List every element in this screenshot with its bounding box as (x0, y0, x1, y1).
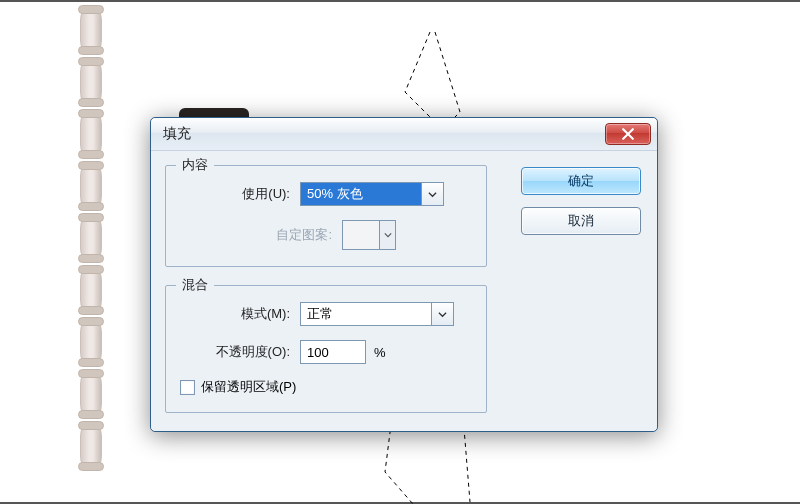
canvas-background: 填充 确定 取消 内容 使用(U): (0, 0, 800, 504)
mode-dropdown[interactable]: 正常 (300, 302, 454, 326)
custom-pattern-label: 自定图案: (180, 226, 332, 244)
cancel-button[interactable]: 取消 (521, 207, 641, 235)
use-dropdown[interactable]: 50% 灰色 (300, 182, 444, 206)
close-icon (622, 128, 634, 140)
preserve-transparency-checkbox[interactable] (180, 380, 195, 395)
bamboo-artwork (78, 8, 104, 504)
pattern-swatch (343, 221, 379, 249)
dialog-titlebar[interactable]: 填充 (151, 118, 657, 151)
preserve-transparency-row[interactable]: 保留透明区域(P) (180, 378, 472, 396)
dialog-button-column: 确定 取消 (521, 167, 641, 235)
content-fieldset: 内容 使用(U): 50% 灰色 自定图案: (165, 165, 487, 267)
opacity-label: 不透明度(O): (180, 343, 290, 361)
chevron-down-icon (421, 183, 443, 205)
content-legend: 内容 (176, 156, 214, 174)
chevron-down-icon (379, 221, 395, 249)
dialog-title: 填充 (163, 125, 605, 143)
use-label: 使用(U): (180, 185, 290, 203)
mode-dropdown-value: 正常 (301, 303, 431, 325)
ok-button[interactable]: 确定 (521, 167, 641, 195)
ok-button-label: 确定 (568, 172, 594, 190)
opacity-input[interactable] (300, 340, 366, 364)
blend-legend: 混合 (176, 276, 214, 294)
fill-dialog: 填充 确定 取消 内容 使用(U): (150, 117, 658, 432)
custom-pattern-picker[interactable] (342, 220, 396, 250)
close-button[interactable] (605, 123, 651, 145)
cancel-button-label: 取消 (568, 212, 594, 230)
dialog-body: 确定 取消 内容 使用(U): 50% 灰色 (151, 151, 657, 431)
preserve-transparency-label: 保留透明区域(P) (201, 378, 296, 396)
use-dropdown-value: 50% 灰色 (301, 183, 421, 205)
chevron-down-icon (431, 303, 453, 325)
opacity-unit: % (374, 345, 386, 360)
mode-label: 模式(M): (180, 305, 290, 323)
blend-fieldset: 混合 模式(M): 正常 不透明度(O): % (165, 285, 487, 413)
